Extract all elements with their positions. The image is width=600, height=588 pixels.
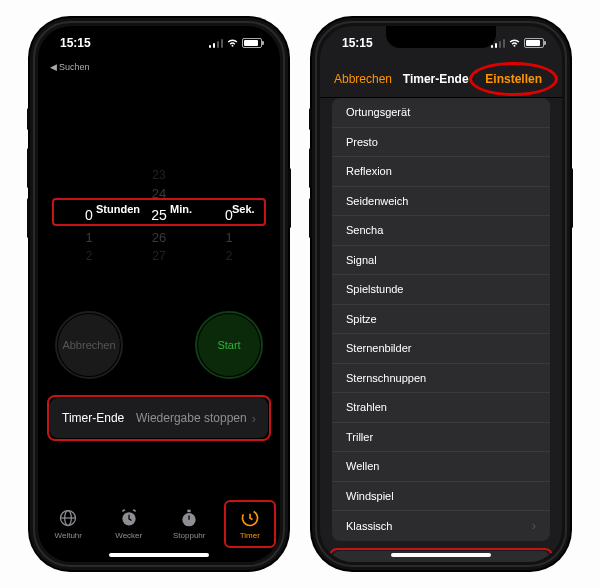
timer-end-label: Timer-Ende — [62, 411, 124, 425]
svg-line-5 — [133, 509, 136, 511]
timer-end-row[interactable]: Timer-Ende Wiedergabe stoppen› — [50, 398, 268, 438]
list-item[interactable]: Seidenweich — [332, 187, 550, 217]
wifi-icon — [226, 38, 239, 48]
phone-right: 15:15 Abbrechen Timer-Ende Einstellen Or… — [312, 18, 570, 570]
nav-set-button[interactable]: Einstellen — [479, 69, 548, 89]
list-item[interactable]: Windspiel — [332, 482, 550, 512]
home-indicator[interactable] — [391, 553, 491, 557]
nav-title: Timer-Ende — [403, 72, 469, 86]
tab-wecker[interactable]: Wecker — [99, 498, 160, 548]
wifi-icon — [508, 38, 521, 48]
tab-stoppuhr[interactable]: Stoppuhr — [159, 498, 220, 548]
phone-left: 15:15 ◀ Suchen 0 1 2 23 24 25 26 27 — [30, 18, 288, 570]
nav-cancel-button[interactable]: Abbrechen — [334, 72, 392, 86]
svg-line-4 — [122, 509, 125, 511]
highlight-einstellen — [469, 62, 558, 96]
list-item[interactable]: Spielstunde — [332, 275, 550, 305]
seconds-unit: Sek. — [232, 203, 255, 215]
sound-list[interactable]: Ortungsgerät Presto Reflexion Seidenweic… — [320, 98, 562, 562]
minutes-unit: Min. — [170, 203, 192, 215]
svg-rect-7 — [188, 509, 191, 512]
alarm-icon — [118, 507, 140, 529]
checkmark-icon: ✓ — [346, 560, 357, 562]
chevron-right-icon: › — [252, 411, 256, 426]
list-item[interactable]: Triller — [332, 423, 550, 453]
timer-end-value: Wiedergabe stoppen — [136, 411, 247, 425]
timer-icon — [239, 507, 261, 529]
seconds-column[interactable]: 0 1 2 — [194, 166, 264, 265]
time-picker[interactable]: 0 1 2 23 24 25 26 27 0 1 2 Stunden Min. … — [38, 150, 280, 280]
list-item[interactable]: Sternschnuppen — [332, 364, 550, 394]
list-item[interactable]: Ortungsgerät — [332, 98, 550, 128]
battery-icon — [242, 38, 262, 48]
chevron-right-icon: › — [532, 518, 536, 533]
list-item[interactable]: Strahlen — [332, 393, 550, 423]
list-item[interactable]: Presto — [332, 128, 550, 158]
cancel-button[interactable]: Abbrechen — [58, 314, 120, 376]
list-item[interactable]: Reflexion — [332, 157, 550, 187]
battery-icon — [524, 38, 544, 48]
status-time: 15:15 — [60, 36, 91, 50]
globe-icon — [57, 507, 79, 529]
notch — [104, 26, 214, 48]
list-item[interactable]: Sencha — [332, 216, 550, 246]
tab-timer[interactable]: Timer — [220, 498, 281, 548]
status-time: 15:15 — [342, 36, 373, 50]
stopwatch-icon — [178, 507, 200, 529]
list-item[interactable]: Spitze — [332, 305, 550, 335]
list-item[interactable]: Wellen — [332, 452, 550, 482]
list-item[interactable]: Sternenbilder — [332, 334, 550, 364]
hours-column[interactable]: 0 1 2 — [54, 166, 124, 265]
list-item[interactable]: Signal — [332, 246, 550, 276]
list-item-klassisch[interactable]: Klassisch › — [332, 511, 550, 541]
nav-bar: Abbrechen Timer-Ende Einstellen — [320, 60, 562, 98]
start-button[interactable]: Start — [198, 314, 260, 376]
back-link[interactable]: ◀ Suchen — [50, 62, 90, 72]
minutes-column[interactable]: 23 24 25 26 27 — [124, 166, 194, 265]
hours-unit: Stunden — [96, 203, 140, 215]
tab-weltuhr[interactable]: Weltuhr — [38, 498, 99, 548]
sound-group: Ortungsgerät Presto Reflexion Seidenweic… — [332, 98, 550, 541]
home-indicator[interactable] — [109, 553, 209, 557]
notch — [386, 26, 496, 48]
